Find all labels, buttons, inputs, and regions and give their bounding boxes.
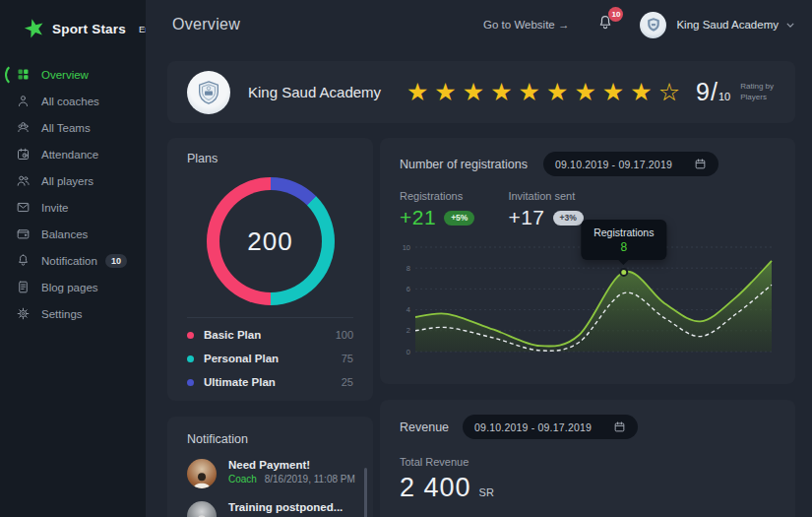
legend-value: 75: [342, 353, 353, 364]
star-filled-icon: ★: [519, 80, 540, 104]
notification-item-meta: Coach 8/16/2019, 11:08 PM: [228, 474, 355, 485]
revenue-title: Revenue: [400, 420, 449, 434]
divider: [187, 317, 353, 318]
star-filled-icon: ★: [630, 80, 652, 104]
sidebar-item-all-teams[interactable]: All Teams: [0, 114, 146, 141]
sidebar-item-label: All Teams: [41, 122, 91, 134]
date-range-picker[interactable]: 09.10.2019 - 09.17.2019: [463, 415, 638, 439]
notifications-count-badge: 10: [608, 7, 623, 22]
legend-label: Personal Plan: [204, 353, 279, 364]
sidebar-item-label: Invite: [41, 202, 69, 214]
donut-hole: 200: [219, 190, 322, 292]
envelope-icon: [15, 200, 31, 216]
registrations-title: Number of registrations: [400, 158, 528, 171]
notification-title: Notification: [187, 432, 359, 446]
legend-item: Ultimate Plan 25: [187, 370, 353, 394]
stat-registrations: Registrations +21 +5%: [400, 190, 474, 229]
calendar-icon: [694, 158, 707, 170]
academy-logo: [187, 71, 230, 114]
chart-tooltip: Registrations 8: [581, 220, 666, 260]
notification-count-badge: 10: [105, 254, 127, 268]
date-range-value: 09.10.2019 - 09.17.2019: [555, 159, 672, 170]
page-title: Overview: [172, 16, 240, 33]
notification-item[interactable]: Training postponed... Coach 8/16/2019, 3…: [187, 501, 359, 517]
stat-change-badge: +3%: [553, 211, 584, 226]
notification-author: Coach: [228, 474, 257, 485]
sidebar-item-all-coaches[interactable]: All coaches: [0, 88, 146, 114]
wallet-icon: [15, 226, 31, 242]
main-area: Overview Go to Website → 10 King Saud Ac…: [146, 0, 812, 517]
avatar: [187, 459, 217, 488]
star-filled-icon: ★: [434, 80, 456, 104]
svg-text:4: 4: [406, 305, 410, 314]
sidebar-item-label: Notification: [41, 255, 97, 267]
stat-label: Registrations: [400, 190, 474, 202]
calendar-icon: [613, 420, 626, 433]
star-filled-icon: ★: [602, 80, 624, 104]
sidebar-menu: Overview All coaches All Teams Attendanc…: [0, 61, 146, 327]
calendar-check-icon: [15, 147, 31, 162]
tooltip-value: 8: [593, 240, 654, 254]
avatar: [640, 12, 666, 38]
sidebar-item-label: Blog pages: [41, 282, 98, 293]
notification-item-title: Training postponed...: [228, 501, 350, 513]
team-icon: [15, 120, 31, 136]
sidebar-item-overview[interactable]: Overview: [0, 61, 146, 88]
plans-card: Plans 200 Basic Plan 10: [167, 138, 373, 401]
sidebar-item-attendance[interactable]: Attendance: [0, 141, 146, 167]
svg-text:8: 8: [406, 264, 410, 273]
sidebar-item-label: Overview: [41, 69, 89, 81]
app-window: Sport Stars En Overview: [0, 0, 812, 517]
content: King Saud Academy ★★★★★★★★★☆ 9/ 10 Ratin…: [146, 49, 812, 517]
plans-donut-chart: 200: [207, 177, 335, 305]
sidebar-item-balances[interactable]: Balances: [0, 221, 146, 247]
rating-score: 9/ 10 Rating by Players: [696, 78, 774, 106]
players-icon: [15, 173, 31, 189]
sidebar-item-settings[interactable]: Settings: [0, 300, 146, 327]
date-range-picker[interactable]: 09.10.2019 - 09.17.2019: [543, 152, 718, 176]
notification-item-title: Need Payment!: [228, 459, 355, 471]
go-to-website-link[interactable]: Go to Website →: [483, 19, 569, 31]
active-indicator-arc: [5, 63, 29, 87]
revenue-card: Revenue 09.10.2019 - 09.17.2019 Total Re…: [380, 400, 795, 517]
coach-icon: [15, 94, 31, 109]
svg-text:2: 2: [406, 326, 410, 335]
svg-text:0: 0: [406, 348, 410, 356]
chevron-down-icon: [786, 23, 794, 28]
sidebar-item-all-players[interactable]: All players: [0, 167, 146, 194]
notification-item[interactable]: Need Payment! Coach 8/16/2019, 11:08 PM: [187, 459, 359, 488]
date-range-value: 09.10.2019 - 09.17.2019: [474, 421, 592, 433]
total-revenue-value: 2 400: [400, 473, 471, 503]
stat-value: +17: [508, 206, 544, 229]
avatar: [187, 501, 217, 517]
document-icon: [15, 280, 31, 295]
star-filled-icon: ★: [463, 80, 484, 104]
plans-title: Plans: [187, 152, 353, 165]
star-filled-icon: ★: [574, 80, 595, 104]
account-menu[interactable]: King Saud Academy: [640, 12, 794, 38]
sidebar-item-label: Balances: [41, 228, 88, 240]
rating-value: 9/: [696, 78, 718, 106]
account-name: King Saud Academy: [676, 19, 779, 31]
rating-max: 10: [718, 91, 730, 102]
svg-text:10: 10: [403, 243, 410, 252]
sidebar-item-label: Settings: [41, 308, 83, 320]
star-filled-icon: ★: [546, 80, 568, 104]
sidebar-item-invite[interactable]: Invite: [0, 194, 146, 221]
notifications-bell-button[interactable]: 10: [596, 14, 614, 35]
stat-change-badge: +5%: [444, 211, 474, 226]
scrollbar[interactable]: [364, 468, 367, 517]
legend-label: Basic Plan: [204, 329, 261, 341]
star-outline-icon: ☆: [658, 80, 680, 104]
legend-item: Personal Plan 75: [187, 347, 353, 370]
legend-item: Basic Plan 100: [187, 323, 353, 347]
brand-name: Sport Stars: [52, 22, 126, 36]
plans-legend: Basic Plan 100 Personal Plan 75 Ultimate…: [187, 323, 353, 394]
brand-star-icon: [24, 18, 45, 39]
sidebar-item-label: All coaches: [41, 96, 99, 107]
sidebar-item-label: Attendance: [41, 149, 98, 161]
stat-value: +21: [400, 206, 436, 229]
sidebar-item-blog-pages[interactable]: Blog pages: [0, 274, 146, 300]
rating-caption: Rating by Players: [740, 82, 774, 103]
sidebar-item-notification[interactable]: Notification 10: [0, 247, 146, 274]
